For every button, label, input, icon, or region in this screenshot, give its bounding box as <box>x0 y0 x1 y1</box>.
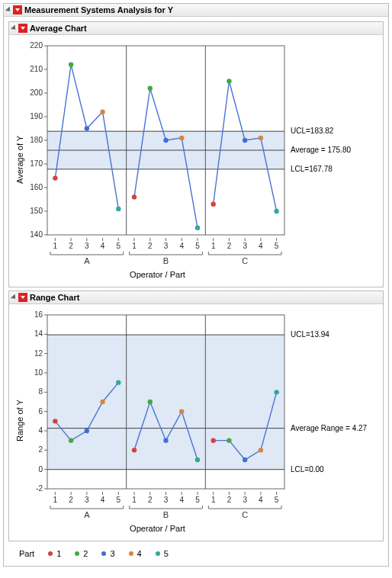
svg-point-27 <box>85 126 89 130</box>
svg-point-33 <box>179 136 184 140</box>
svg-point-29 <box>116 207 120 211</box>
svg-point-38 <box>259 136 263 140</box>
range-chart: -20246810121416 <box>26 309 289 492</box>
svg-text:2: 2 <box>227 496 232 504</box>
svg-text:2: 2 <box>38 445 43 454</box>
legend-item-label: 3 <box>110 549 114 558</box>
svg-text:170: 170 <box>30 159 43 168</box>
svg-point-35 <box>211 202 216 207</box>
svg-text:C: C <box>242 256 248 265</box>
svg-text:5: 5 <box>117 496 121 504</box>
svg-text:5: 5 <box>275 496 279 504</box>
svg-point-110 <box>69 438 73 442</box>
svg-point-120 <box>227 438 231 442</box>
menu-icon[interactable] <box>18 24 27 33</box>
svg-text:3: 3 <box>164 242 169 250</box>
legend-item-4: 4 <box>129 549 142 558</box>
disclosure-icon[interactable] <box>11 294 18 300</box>
svg-point-118 <box>195 458 200 462</box>
svg-text:1: 1 <box>53 242 58 250</box>
avg-header: Average Chart <box>9 22 383 35</box>
range-annotations: UCL=13.94Average Range = 4.27LCL=0.00 <box>289 309 373 492</box>
svg-text:12: 12 <box>34 349 43 358</box>
svg-text:1: 1 <box>211 496 216 504</box>
avg-title: Average Chart <box>30 24 87 33</box>
disclosure-icon[interactable] <box>5 6 12 13</box>
annotation-center: Average = 175.80 <box>291 146 351 154</box>
range-ylabel: Range of Y <box>14 309 26 533</box>
svg-text:4: 4 <box>259 242 263 250</box>
main-body: Average Chart Average of Y 1401501601701… <box>4 17 388 566</box>
legend-item-5: 5 <box>156 549 169 558</box>
legend-label: Part <box>19 549 34 558</box>
annotation-center: Average Range = 4.27 <box>291 424 367 432</box>
svg-text:160: 160 <box>30 183 43 191</box>
svg-point-123 <box>274 390 278 394</box>
svg-text:1: 1 <box>132 242 137 250</box>
legend-item-label: 4 <box>137 549 142 558</box>
svg-text:-2: -2 <box>36 484 43 492</box>
svg-text:5: 5 <box>195 496 200 504</box>
svg-text:8: 8 <box>38 387 43 396</box>
svg-text:3: 3 <box>243 242 247 250</box>
legend-dot-icon <box>129 551 133 556</box>
svg-text:200: 200 <box>30 88 43 97</box>
legend-dot-icon <box>75 551 79 556</box>
legend-item-label: 1 <box>56 549 61 558</box>
menu-icon[interactable] <box>18 293 27 302</box>
range-header: Range Chart <box>9 291 383 304</box>
svg-point-34 <box>195 226 200 230</box>
range-xlabel: Operator / Part <box>26 524 289 533</box>
svg-text:10: 10 <box>34 368 43 377</box>
svg-point-28 <box>100 110 104 114</box>
svg-point-119 <box>211 438 216 442</box>
svg-text:220: 220 <box>30 41 43 50</box>
svg-text:4: 4 <box>101 242 105 250</box>
svg-text:1: 1 <box>211 242 216 250</box>
svg-point-25 <box>53 175 57 180</box>
range-panel: Range Chart Range of Y -20246810121416 1… <box>8 291 384 541</box>
svg-text:3: 3 <box>164 496 169 504</box>
svg-text:4: 4 <box>259 496 263 504</box>
svg-text:2: 2 <box>69 496 73 504</box>
svg-text:4: 4 <box>179 242 184 250</box>
svg-point-112 <box>100 400 104 404</box>
svg-point-122 <box>259 448 263 452</box>
annotation-ucl: UCL=13.94 <box>291 330 329 339</box>
svg-point-115 <box>148 400 153 404</box>
svg-text:2: 2 <box>148 242 153 250</box>
svg-text:1: 1 <box>53 496 58 504</box>
svg-text:3: 3 <box>243 496 247 504</box>
svg-point-31 <box>148 86 153 91</box>
svg-text:180: 180 <box>30 136 43 144</box>
svg-text:190: 190 <box>30 112 43 120</box>
svg-text:4: 4 <box>101 496 105 504</box>
annotation-lcl: LCL=167.78 <box>291 165 333 173</box>
legend-item-3: 3 <box>101 549 114 558</box>
main-title: Measurement Systems Analysis for Y <box>24 5 173 14</box>
svg-point-114 <box>132 448 137 452</box>
svg-text:3: 3 <box>85 496 89 504</box>
main-header: Measurement Systems Analysis for Y <box>4 4 388 17</box>
svg-point-36 <box>227 79 231 83</box>
svg-text:4: 4 <box>179 496 184 504</box>
svg-text:16: 16 <box>34 310 43 319</box>
annotation-ucl: UCL=183.82 <box>291 127 333 135</box>
legend-dot-icon <box>156 551 160 556</box>
svg-text:2: 2 <box>227 242 232 250</box>
avg-xlabel: Operator / Part <box>26 270 289 279</box>
range-xaxis: 12345A12345B12345C <box>26 492 289 522</box>
svg-point-30 <box>132 194 137 199</box>
svg-text:5: 5 <box>117 242 121 250</box>
svg-text:140: 140 <box>30 230 43 238</box>
svg-text:1: 1 <box>132 496 137 504</box>
menu-icon[interactable] <box>13 5 22 14</box>
svg-point-32 <box>163 138 168 143</box>
svg-point-39 <box>274 209 278 214</box>
svg-text:3: 3 <box>85 242 89 250</box>
svg-point-121 <box>243 458 247 462</box>
disclosure-icon[interactable] <box>11 24 18 31</box>
legend-item-1: 1 <box>48 549 61 558</box>
annotation-lcl: LCL=0.00 <box>291 465 324 474</box>
legend-item-label: 5 <box>164 549 169 558</box>
